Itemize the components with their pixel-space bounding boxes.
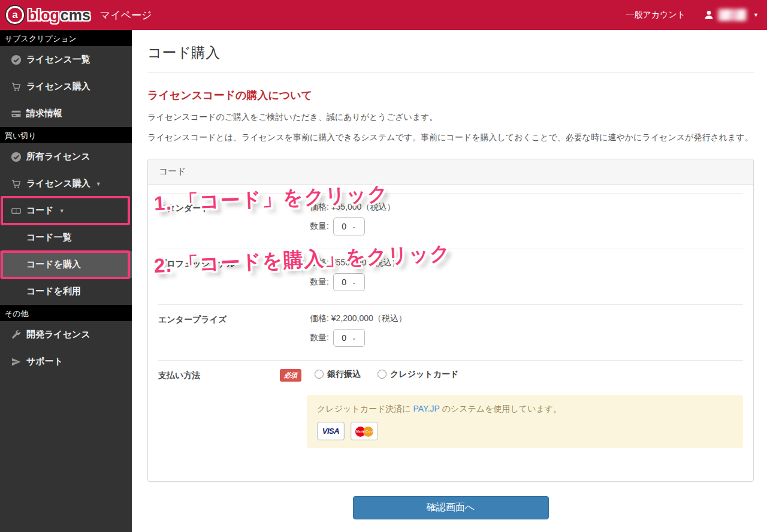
check-circle-icon xyxy=(11,152,22,162)
sidebar: サブスクリプション ライセンス一覧 ライセンス購入 請求情報 買い切り 所有ライ… xyxy=(0,30,132,532)
product-price: 価格: ¥550,000（税込） xyxy=(310,258,400,268)
account-type-label: 一般アカウント xyxy=(626,10,686,20)
quantity-select-enterprise[interactable]: 0 ⌄ xyxy=(333,329,365,347)
quantity-value: 0 xyxy=(342,277,346,287)
notice-prefix: クレジットカード決済に xyxy=(317,404,413,413)
product-row-enterprise: エンタープライズ 価格: ¥2,200,000（税込） 数量: 0 ⌄ xyxy=(158,304,743,360)
logo-a-icon: a xyxy=(6,6,24,24)
sidebar-section-one-time: 買い切り xyxy=(0,127,132,143)
main-content: コード購入 ライセンスコードの購入について ライセンスコードのご購入をご検討いた… xyxy=(132,30,767,532)
visa-logo: VISA xyxy=(317,422,345,440)
payment-method-row: 支払い方法 必須 銀行振込 クレジットカード xyxy=(158,360,743,481)
credit-card-icon xyxy=(11,108,22,119)
quantity-select-professional[interactable]: 0 ⌄ xyxy=(333,273,365,291)
credit-card-radio[interactable]: クレジットカード xyxy=(378,369,458,380)
page: a blog cms マイページ 一般アカウント ▼ サブスクリプション ライセ… xyxy=(0,0,767,532)
top-bar: a blog cms マイページ 一般アカウント ▼ xyxy=(0,0,767,30)
cart-icon xyxy=(11,81,22,92)
sidebar-item-dev-license[interactable]: 開発ライセンス xyxy=(0,321,132,348)
chevron-down-icon: ▼ xyxy=(96,181,101,187)
sidebar-item-license-purchase-menu[interactable]: ライセンス購入 ▼ xyxy=(0,170,132,197)
user-menu[interactable]: ▼ xyxy=(703,9,759,21)
sidebar-item-code-menu[interactable]: コード ▼ xyxy=(0,197,132,224)
logo-cms-text: cms xyxy=(61,8,90,23)
sidebar-item-label: 請求情報 xyxy=(26,108,62,119)
paper-plane-icon xyxy=(11,356,22,367)
intro-paragraph-1: ライセンスコードのご購入をご検討いただき、誠にありがとうございます。 xyxy=(147,111,754,123)
payjp-link[interactable]: PAY.JP xyxy=(413,404,440,413)
quantity-value: 0 xyxy=(342,222,346,231)
payjp-notice: クレジットカード決済に PAY.JP のシステムを使用しています。 VISA M… xyxy=(307,395,743,448)
bank-transfer-label: 銀行振込 xyxy=(327,369,361,380)
product-price: 価格: ¥2,200,000（税込） xyxy=(310,313,407,324)
radio-icon xyxy=(315,370,324,379)
sidebar-item-label: ライセンス購入 xyxy=(26,178,90,189)
sidebar-item-label: サポート xyxy=(26,356,63,367)
mastercard-logo: MasterCard xyxy=(351,422,378,440)
sidebar-item-code-use[interactable]: コードを利用 xyxy=(0,278,132,305)
page-title: コード購入 xyxy=(147,42,754,72)
confirm-button[interactable]: 確認画面へ xyxy=(353,496,549,519)
code-panel: コード スタンダード 価格: ¥55,000（税込） 数量: 0 ⌄ xyxy=(147,159,754,482)
person-icon xyxy=(703,10,714,20)
credit-card-label: クレジットカード xyxy=(390,369,458,380)
payment-method-label: 支払い方法 xyxy=(158,369,280,381)
cart-icon xyxy=(11,179,22,189)
sidebar-item-label: コードを購入 xyxy=(26,259,81,270)
submit-row: 確認画面へ xyxy=(147,496,754,519)
sidebar-item-label: コード xyxy=(26,205,54,216)
sidebar-section-other: その他 xyxy=(0,305,132,321)
sidebar-item-label: 開発ライセンス xyxy=(26,329,90,340)
sidebar-item-label: コードを利用 xyxy=(26,286,81,297)
chevron-down-icon: ⌄ xyxy=(352,279,357,285)
product-price: 価格: ¥55,000（税込） xyxy=(310,202,395,213)
quantity-label: 数量: xyxy=(310,332,329,343)
chevron-down-icon: ⌄ xyxy=(352,335,357,341)
sidebar-item-billing-info[interactable]: 請求情報 xyxy=(0,100,132,127)
required-badge: 必須 xyxy=(280,369,301,382)
sidebar-section-subscription: サブスクリプション xyxy=(0,30,132,46)
sidebar-item-license-list[interactable]: ライセンス一覧 xyxy=(0,46,132,73)
product-row-standard: スタンダード 価格: ¥55,000（税込） 数量: 0 ⌄ xyxy=(158,193,743,249)
payment-options: 銀行振込 クレジットカード xyxy=(315,369,458,380)
sidebar-item-label: ライセンス一覧 xyxy=(26,54,90,65)
sidebar-item-license-purchase[interactable]: ライセンス購入 xyxy=(0,73,132,100)
sidebar-item-owned-licenses[interactable]: 所有ライセンス xyxy=(0,143,132,170)
logo-blog-text: blog xyxy=(28,8,59,23)
chevron-down-icon: ▼ xyxy=(753,12,759,18)
chevron-down-icon: ▼ xyxy=(59,208,65,214)
quantity-value: 0 xyxy=(342,333,346,343)
header-right: 一般アカウント ▼ xyxy=(626,9,759,21)
bank-transfer-radio[interactable]: 銀行振込 xyxy=(315,369,361,380)
ablogcms-logo[interactable]: a blog cms xyxy=(6,6,90,24)
wrench-icon xyxy=(11,330,22,340)
sidebar-item-code-purchase[interactable]: コードを購入 xyxy=(0,251,132,278)
quantity-label: 数量: xyxy=(310,221,329,232)
product-label: プロフェッショナル xyxy=(158,258,310,291)
ticket-icon xyxy=(11,205,22,216)
panel-title: コード xyxy=(148,159,753,185)
sidebar-item-support[interactable]: サポート xyxy=(0,348,132,375)
check-circle-icon xyxy=(11,55,22,65)
radio-icon xyxy=(378,370,386,379)
product-label: エンタープライズ xyxy=(158,313,310,347)
intro-paragraph-2: ライセンスコードとは、ライセンスを事前に購入できるシステムです。事前にコードを購… xyxy=(147,132,754,143)
chevron-down-icon: ⌄ xyxy=(352,223,357,229)
product-row-professional: プロフェッショナル 価格: ¥550,000（税込） 数量: 0 ⌄ xyxy=(158,249,743,304)
sidebar-item-label: ライセンス購入 xyxy=(26,81,90,92)
user-name-blurred xyxy=(718,9,747,21)
quantity-select-standard[interactable]: 0 ⌄ xyxy=(333,217,365,235)
notice-suffix: のシステムを使用しています。 xyxy=(440,404,562,413)
sidebar-item-label: 所有ライセンス xyxy=(26,151,90,162)
panel-body: スタンダード 価格: ¥55,000（税込） 数量: 0 ⌄ プロフェ xyxy=(148,185,753,481)
sidebar-item-label: コード一覧 xyxy=(26,232,72,243)
header-page-label: マイページ xyxy=(100,8,152,22)
intro-heading: ライセンスコードの購入について xyxy=(147,88,754,102)
sidebar-item-code-list[interactable]: コード一覧 xyxy=(0,224,132,251)
quantity-label: 数量: xyxy=(310,277,329,288)
product-label: スタンダード xyxy=(158,202,310,235)
